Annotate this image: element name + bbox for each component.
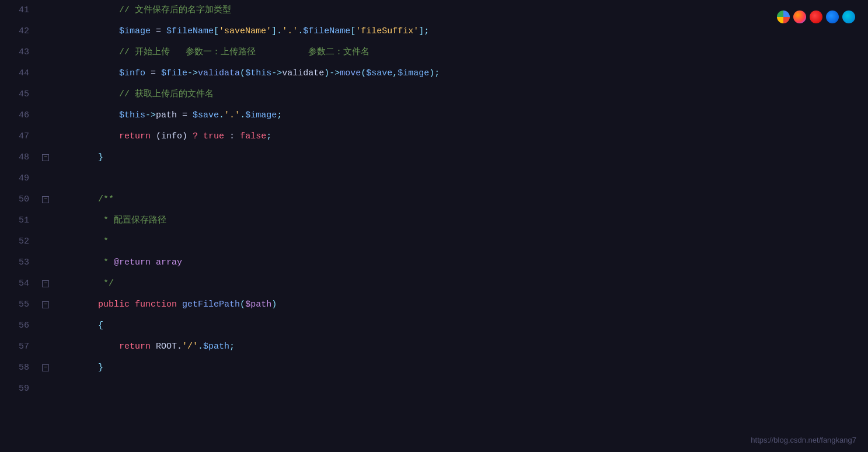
token-plain [56, 131, 119, 141]
fold-gutter: − [40, 364, 51, 371]
token-plain [56, 342, 119, 352]
fold-gutter: − [40, 301, 51, 308]
code-content: } [51, 151, 868, 164]
code-content: $this->path = $save.'.'.$image; [51, 109, 868, 122]
token-plain [56, 194, 98, 204]
token-plain: validate [282, 68, 324, 78]
token-plain: ROOT. [151, 342, 182, 352]
token-var: $save [366, 68, 392, 78]
token-keyword: true [203, 131, 224, 141]
fold-icon[interactable]: − [42, 196, 49, 203]
token-plain [56, 237, 103, 246]
code-content: { [51, 319, 868, 332]
code-content: * [51, 235, 868, 248]
token-punct: ( [240, 68, 245, 78]
fold-icon[interactable]: − [42, 154, 49, 161]
token-punct: . [240, 110, 245, 120]
code-line: 53 * @return array [0, 252, 868, 273]
token-var: $path [203, 342, 229, 352]
token-arrow: -> [145, 110, 156, 120]
token-punct: ) [324, 68, 329, 78]
code-content [51, 382, 868, 395]
token-doccomment: * [103, 258, 114, 267]
token-keyword: function [135, 300, 177, 310]
token-plain: = [151, 26, 166, 36]
token-punct: . [219, 110, 224, 120]
editor-container: 41 // 文件保存后的名字加类型42 $image = $fileName['… [0, 0, 868, 452]
token-var: $image [245, 110, 277, 120]
code-line: 58− } [0, 357, 868, 378]
token-string: 'fileSuffix' [355, 26, 419, 36]
fold-icon[interactable]: − [42, 364, 49, 371]
token-comment: // 开始上传 参数一：上传路径 参数二：文件名 [56, 47, 369, 57]
code-line: 49 [0, 168, 868, 189]
token-punct: ]. [271, 26, 282, 36]
token-plain [56, 152, 98, 162]
token-param: $path [245, 300, 271, 310]
token-var: $save [193, 110, 219, 120]
token-punct: ; [229, 342, 235, 352]
token-punct: ( [361, 68, 366, 78]
token-plain [198, 131, 203, 141]
code-content: return ROOT.'/'.$path; [51, 340, 868, 353]
fold-icon[interactable]: − [42, 280, 49, 287]
line-number: 43 [0, 46, 40, 59]
token-punct: ]; [419, 26, 429, 36]
token-punct: , [392, 68, 398, 78]
token-string: '.' [282, 26, 298, 36]
token-var: $image [119, 26, 151, 36]
code-content: $info = $file->validata($this->validate)… [51, 67, 868, 80]
fold-gutter: − [40, 280, 51, 287]
token-func: getFilePath [182, 300, 240, 310]
fold-gutter: − [40, 196, 51, 203]
code-area: 41 // 文件保存后的名字加类型42 $image = $fileName['… [0, 0, 868, 452]
token-punct: ( [240, 300, 245, 310]
code-line: 55− public function getFilePath($path) [0, 294, 868, 315]
watermark: https://blog.csdn.net/fangkang7 [751, 434, 856, 446]
token-punct: { [98, 321, 103, 331]
token-comment: // 获取上传后的文件名 [56, 89, 214, 99]
token-plain [56, 68, 119, 78]
code-content: // 文件保存后的名字加类型 [51, 4, 868, 17]
token-var: $this [245, 68, 271, 78]
token-arrow: -> [271, 68, 282, 78]
token-var: $this [119, 110, 145, 120]
line-number: 42 [0, 25, 40, 38]
token-doccomment: * 配置保存路径 [103, 215, 166, 225]
token-doccomment: /** [98, 194, 114, 204]
token-plain [56, 215, 103, 225]
code-content: return (info) ? true : false; [51, 130, 868, 143]
token-doccomment: * [103, 237, 109, 246]
token-punct: } [98, 152, 103, 162]
code-line: 51 * 配置保存路径 [0, 210, 868, 231]
ie-icon [826, 11, 839, 23]
code-content: $image = $fileName['saveName'].'.'.$file… [51, 25, 868, 38]
line-number: 47 [0, 130, 40, 143]
token-comment: // 文件保存后的名字加类型 [56, 5, 231, 15]
code-content: * 配置保存路径 [51, 214, 868, 227]
token-keyword: return [119, 342, 151, 352]
token-var: $fileName [166, 26, 214, 36]
firefox-icon [793, 11, 806, 23]
code-line: 41 // 文件保存后的名字加类型 [0, 0, 868, 21]
token-plain: : [224, 131, 240, 141]
code-content: } [51, 361, 868, 374]
line-number: 54 [0, 277, 40, 290]
token-string: '.' [224, 110, 240, 120]
token-keyword: false [240, 131, 266, 141]
token-plain: path = [156, 110, 193, 120]
code-line: 42 $image = $fileName['saveName'].'.'.$f… [0, 21, 868, 42]
line-number: 56 [0, 319, 40, 332]
fold-icon[interactable]: − [42, 301, 49, 308]
code-content [51, 172, 868, 185]
token-keyword: public [98, 300, 130, 310]
token-string: '/' [182, 342, 198, 352]
token-arrow: -> [187, 68, 198, 78]
token-punct: [ [350, 26, 355, 36]
token-var: $image [398, 68, 429, 78]
token-var: $file [161, 68, 187, 78]
code-line: 54− */ [0, 273, 868, 294]
line-number: 48 [0, 151, 40, 164]
token-dockey: @return array [114, 258, 182, 267]
token-punct: . [198, 342, 203, 352]
